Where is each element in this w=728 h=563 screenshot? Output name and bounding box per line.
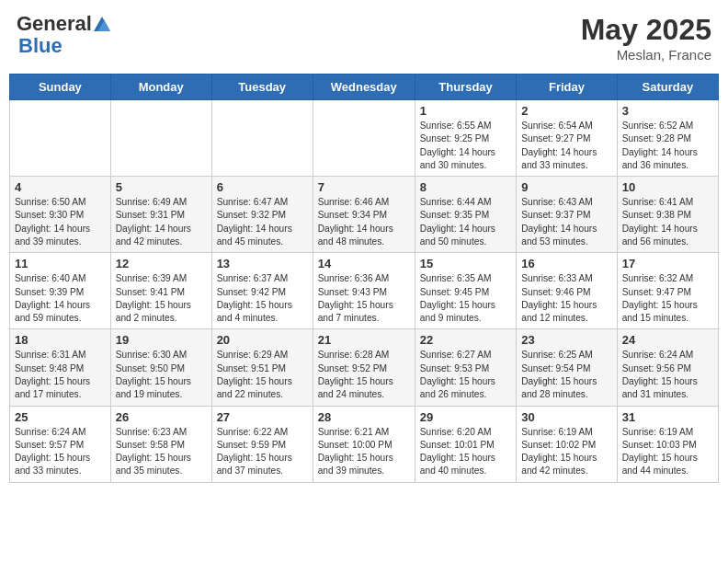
day-info: Sunrise: 6:31 AM Sunset: 9:48 PM Dayligh… xyxy=(15,349,106,401)
calendar-cell xyxy=(313,100,415,177)
calendar-cell: 7Sunrise: 6:46 AM Sunset: 9:34 PM Daylig… xyxy=(313,177,415,253)
day-number: 11 xyxy=(15,257,106,270)
day-number: 7 xyxy=(318,180,410,194)
calendar-cell: 10Sunrise: 6:41 AM Sunset: 9:38 PM Dayli… xyxy=(617,177,718,253)
day-number: 21 xyxy=(318,333,410,347)
day-info: Sunrise: 6:40 AM Sunset: 9:39 PM Dayligh… xyxy=(15,272,106,325)
calendar-cell: 25Sunrise: 6:24 AM Sunset: 9:57 PM Dayli… xyxy=(10,406,111,482)
day-number: 2 xyxy=(521,104,611,118)
day-info: Sunrise: 6:32 AM Sunset: 9:47 PM Dayligh… xyxy=(622,272,713,325)
day-info: Sunrise: 6:19 AM Sunset: 10:02 PM Daylig… xyxy=(521,426,611,478)
calendar-table: SundayMondayTuesdayWednesdayThursdayFrid… xyxy=(9,74,719,483)
day-info: Sunrise: 6:36 AM Sunset: 9:43 PM Dayligh… xyxy=(318,272,410,325)
calendar-day-header: Monday xyxy=(110,75,211,100)
day-number: 10 xyxy=(622,180,713,194)
logo-blue-text: Blue xyxy=(18,34,63,57)
day-number: 26 xyxy=(116,410,207,424)
calendar-cell: 12Sunrise: 6:39 AM Sunset: 9:41 PM Dayli… xyxy=(110,253,211,329)
day-info: Sunrise: 6:24 AM Sunset: 9:56 PM Dayligh… xyxy=(622,349,713,401)
calendar-cell xyxy=(211,100,313,177)
calendar-day-header: Tuesday xyxy=(211,75,313,100)
day-info: Sunrise: 6:46 AM Sunset: 9:34 PM Dayligh… xyxy=(318,196,410,248)
day-info: Sunrise: 6:24 AM Sunset: 9:57 PM Dayligh… xyxy=(15,426,106,478)
calendar-cell: 2Sunrise: 6:54 AM Sunset: 9:27 PM Daylig… xyxy=(517,100,617,177)
day-info: Sunrise: 6:37 AM Sunset: 9:42 PM Dayligh… xyxy=(217,272,308,325)
calendar-cell: 5Sunrise: 6:49 AM Sunset: 9:31 PM Daylig… xyxy=(110,177,211,253)
calendar-cell: 23Sunrise: 6:25 AM Sunset: 9:54 PM Dayli… xyxy=(517,329,617,406)
calendar-cell: 19Sunrise: 6:30 AM Sunset: 9:50 PM Dayli… xyxy=(110,329,211,406)
day-info: Sunrise: 6:27 AM Sunset: 9:53 PM Dayligh… xyxy=(420,349,511,401)
day-info: Sunrise: 6:47 AM Sunset: 9:32 PM Dayligh… xyxy=(217,196,308,248)
day-number: 28 xyxy=(318,410,410,424)
calendar-cell: 4Sunrise: 6:50 AM Sunset: 9:30 PM Daylig… xyxy=(10,177,111,253)
day-number: 27 xyxy=(217,410,308,424)
calendar-cell: 15Sunrise: 6:35 AM Sunset: 9:45 PM Dayli… xyxy=(415,253,516,329)
day-number: 24 xyxy=(622,333,713,347)
day-number: 6 xyxy=(217,180,308,194)
calendar-week-row: 25Sunrise: 6:24 AM Sunset: 9:57 PM Dayli… xyxy=(10,406,719,482)
day-number: 5 xyxy=(116,180,207,194)
day-info: Sunrise: 6:23 AM Sunset: 9:58 PM Dayligh… xyxy=(116,426,207,478)
calendar-day-header: Thursday xyxy=(415,75,516,100)
logo-general-text: General xyxy=(17,13,92,35)
day-info: Sunrise: 6:35 AM Sunset: 9:45 PM Dayligh… xyxy=(420,272,511,325)
month-title: May 2025 xyxy=(581,13,711,47)
day-info: Sunrise: 6:29 AM Sunset: 9:51 PM Dayligh… xyxy=(217,349,308,401)
day-number: 4 xyxy=(15,180,106,194)
day-info: Sunrise: 6:49 AM Sunset: 9:31 PM Dayligh… xyxy=(116,196,207,248)
calendar-cell: 14Sunrise: 6:36 AM Sunset: 9:43 PM Dayli… xyxy=(313,253,415,329)
calendar-header-row: SundayMondayTuesdayWednesdayThursdayFrid… xyxy=(10,75,719,100)
day-number: 3 xyxy=(622,104,713,118)
calendar-cell: 6Sunrise: 6:47 AM Sunset: 9:32 PM Daylig… xyxy=(211,177,313,253)
calendar-cell: 29Sunrise: 6:20 AM Sunset: 10:01 PM Dayl… xyxy=(415,406,516,482)
day-number: 31 xyxy=(622,410,713,424)
calendar-cell: 28Sunrise: 6:21 AM Sunset: 10:00 PM Dayl… xyxy=(313,406,415,482)
calendar-cell: 8Sunrise: 6:44 AM Sunset: 9:35 PM Daylig… xyxy=(415,177,516,253)
calendar-cell: 9Sunrise: 6:43 AM Sunset: 9:37 PM Daylig… xyxy=(517,177,617,253)
day-number: 19 xyxy=(116,333,207,347)
calendar-cell: 22Sunrise: 6:27 AM Sunset: 9:53 PM Dayli… xyxy=(415,329,516,406)
logo-icon xyxy=(94,16,110,32)
calendar-cell: 27Sunrise: 6:22 AM Sunset: 9:59 PM Dayli… xyxy=(211,406,313,482)
calendar-cell: 30Sunrise: 6:19 AM Sunset: 10:02 PM Dayl… xyxy=(517,406,617,482)
day-number: 13 xyxy=(217,257,308,270)
day-number: 1 xyxy=(420,104,511,118)
logo: General Blue xyxy=(17,13,110,57)
day-number: 8 xyxy=(420,180,511,194)
day-number: 18 xyxy=(15,333,106,347)
day-info: Sunrise: 6:33 AM Sunset: 9:46 PM Dayligh… xyxy=(521,272,611,325)
calendar-cell: 21Sunrise: 6:28 AM Sunset: 9:52 PM Dayli… xyxy=(313,329,415,406)
calendar-cell: 31Sunrise: 6:19 AM Sunset: 10:03 PM Dayl… xyxy=(617,406,718,482)
calendar-cell: 20Sunrise: 6:29 AM Sunset: 9:51 PM Dayli… xyxy=(211,329,313,406)
calendar-day-header: Wednesday xyxy=(313,75,415,100)
calendar-day-header: Sunday xyxy=(10,75,111,100)
day-info: Sunrise: 6:52 AM Sunset: 9:28 PM Dayligh… xyxy=(622,120,713,172)
day-info: Sunrise: 6:43 AM Sunset: 9:37 PM Dayligh… xyxy=(521,196,611,248)
day-info: Sunrise: 6:21 AM Sunset: 10:00 PM Daylig… xyxy=(318,426,410,478)
day-info: Sunrise: 6:30 AM Sunset: 9:50 PM Dayligh… xyxy=(116,349,207,401)
day-info: Sunrise: 6:25 AM Sunset: 9:54 PM Dayligh… xyxy=(521,349,611,401)
day-number: 15 xyxy=(420,257,511,270)
calendar-week-row: 4Sunrise: 6:50 AM Sunset: 9:30 PM Daylig… xyxy=(10,177,719,253)
calendar-cell: 26Sunrise: 6:23 AM Sunset: 9:58 PM Dayli… xyxy=(110,406,211,482)
calendar-cell: 3Sunrise: 6:52 AM Sunset: 9:28 PM Daylig… xyxy=(617,100,718,177)
calendar-cell: 1Sunrise: 6:55 AM Sunset: 9:25 PM Daylig… xyxy=(415,100,516,177)
day-info: Sunrise: 6:20 AM Sunset: 10:01 PM Daylig… xyxy=(420,426,511,478)
calendar-day-header: Friday xyxy=(517,75,617,100)
day-number: 17 xyxy=(622,257,713,270)
page-header: General Blue May 2025 Meslan, France xyxy=(9,9,719,66)
day-info: Sunrise: 6:19 AM Sunset: 10:03 PM Daylig… xyxy=(622,426,713,478)
day-number: 20 xyxy=(217,333,308,347)
day-number: 22 xyxy=(420,333,511,347)
day-number: 14 xyxy=(318,257,410,270)
calendar-cell: 11Sunrise: 6:40 AM Sunset: 9:39 PM Dayli… xyxy=(10,253,111,329)
day-number: 30 xyxy=(521,410,611,424)
day-info: Sunrise: 6:54 AM Sunset: 9:27 PM Dayligh… xyxy=(521,120,611,172)
day-info: Sunrise: 6:28 AM Sunset: 9:52 PM Dayligh… xyxy=(318,349,410,401)
calendar-cell: 17Sunrise: 6:32 AM Sunset: 9:47 PM Dayli… xyxy=(617,253,718,329)
calendar-cell: 16Sunrise: 6:33 AM Sunset: 9:46 PM Dayli… xyxy=(517,253,617,329)
day-info: Sunrise: 6:55 AM Sunset: 9:25 PM Dayligh… xyxy=(420,120,511,172)
calendar-week-row: 11Sunrise: 6:40 AM Sunset: 9:39 PM Dayli… xyxy=(10,253,719,329)
day-info: Sunrise: 6:22 AM Sunset: 9:59 PM Dayligh… xyxy=(217,426,308,478)
title-block: May 2025 Meslan, France xyxy=(581,13,711,63)
